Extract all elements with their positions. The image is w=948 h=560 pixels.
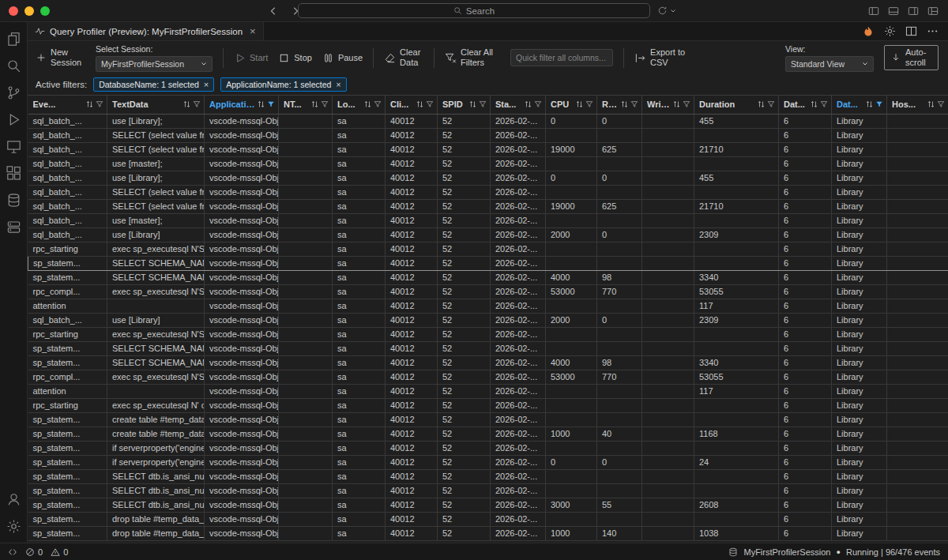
table-cell[interactable]: vscode-mssql-Obj...	[205, 299, 279, 313]
table-cell[interactable]	[279, 313, 333, 327]
table-cell[interactable]	[546, 483, 597, 498]
table-cell[interactable]	[887, 156, 948, 171]
table-cell[interactable]	[279, 284, 333, 299]
table-cell[interactable]	[642, 427, 694, 441]
table-cell[interactable]	[887, 256, 948, 270]
remove-filter-icon[interactable]: ×	[204, 81, 209, 89]
table-cell[interactable]: vscode-mssql-Obj...	[205, 156, 279, 171]
table-cell[interactable]	[694, 185, 779, 199]
table-cell[interactable]: vscode-mssql-Obj...	[205, 284, 279, 299]
table-cell[interactable]: sa	[333, 412, 386, 427]
table-cell[interactable]	[642, 441, 694, 455]
table-cell[interactable]	[546, 156, 597, 171]
table-cell[interactable]: if serverproperty('enginee...	[107, 455, 205, 469]
table-cell[interactable]: vscode-mssql-Obj...	[205, 498, 279, 512]
table-cell[interactable]: sp_statem...	[28, 512, 107, 526]
table-cell[interactable]	[279, 227, 333, 242]
pause-button[interactable]: Pause	[322, 52, 363, 64]
sort-icon[interactable]	[621, 100, 628, 108]
close-icon[interactable]: ×	[250, 26, 256, 36]
table-cell[interactable]: 2026-02-...	[491, 384, 546, 398]
table-cell[interactable]: Library	[832, 327, 887, 341]
table-cell[interactable]: 98	[597, 270, 642, 284]
table-cell[interactable]	[279, 370, 333, 384]
table-cell[interactable]	[597, 512, 642, 526]
table-cell[interactable]: 40012	[386, 370, 438, 384]
table-cell[interactable]: vscode-mssql-Obj...	[205, 455, 279, 469]
table-cell[interactable]: sa	[333, 384, 386, 398]
table-cell[interactable]: sa	[333, 199, 386, 213]
table-cell[interactable]: 40	[597, 427, 642, 441]
table-cell[interactable]: SELECT SCHEMA_NAME(t...	[107, 256, 205, 270]
column-header-cpu[interactable]: CPU	[546, 96, 597, 114]
table-cell[interactable]: Library	[832, 441, 887, 455]
table-cell[interactable]: 52	[438, 128, 491, 142]
table-cell[interactable]: 52	[438, 114, 491, 128]
table-cell[interactable]: 6	[779, 441, 832, 455]
sort-icon[interactable]	[811, 100, 818, 108]
table-row[interactable]: sp_statem...SELECT SCHEMA_NAME(t...vscod…	[28, 270, 948, 284]
table-cell[interactable]: 0	[597, 227, 642, 242]
table-cell[interactable]: 6	[779, 128, 832, 142]
table-cell[interactable]	[642, 483, 694, 498]
table-cell[interactable]: 40012	[386, 384, 438, 398]
table-row[interactable]: sp_statem...SELECT dtb.is_ansi_null_d...…	[28, 469, 948, 483]
table-cell[interactable]	[642, 242, 694, 256]
table-cell[interactable]: sp_statem...	[28, 483, 107, 498]
table-cell[interactable]: 53000	[546, 370, 597, 384]
table-row[interactable]: sp_statem...SELECT dtb.is_ansi_null_d...…	[28, 498, 948, 512]
table-cell[interactable]: 2026-02-...	[491, 213, 546, 227]
table-cell[interactable]: Library	[832, 483, 887, 498]
problems-warnings[interactable]: 0	[51, 547, 68, 557]
table-cell[interactable]: 455	[694, 171, 779, 185]
sort-icon[interactable]	[183, 100, 190, 108]
table-cell[interactable]	[642, 213, 694, 227]
table-cell[interactable]	[597, 341, 642, 355]
table-cell[interactable]: 6	[779, 469, 832, 483]
database-icon[interactable]	[0, 186, 28, 213]
table-cell[interactable]	[887, 227, 948, 242]
table-cell[interactable]: 2608	[694, 498, 779, 512]
table-cell[interactable]: Library	[832, 114, 887, 128]
table-cell[interactable]: 2026-02-...	[491, 398, 546, 412]
table-cell[interactable]: 2026-02-...	[491, 270, 546, 284]
table-cell[interactable]: 625	[597, 142, 642, 156]
table-cell[interactable]: 0	[597, 313, 642, 327]
column-header-host-name[interactable]: Hos...	[887, 96, 948, 114]
table-cell[interactable]	[597, 412, 642, 427]
source-control-icon[interactable]	[0, 79, 28, 106]
table-cell[interactable]: vscode-mssql-Obj...	[205, 199, 279, 213]
table-cell[interactable]: 52	[438, 441, 491, 455]
table-cell[interactable]: 52	[438, 256, 491, 270]
table-cell[interactable]: 24	[694, 455, 779, 469]
table-cell[interactable]: sql_batch_...	[28, 156, 107, 171]
filter-funnel-icon[interactable]	[534, 100, 542, 108]
table-cell[interactable]: 6	[779, 227, 832, 242]
table-cell[interactable]	[887, 114, 948, 128]
table-cell[interactable]: 40012	[386, 185, 438, 199]
table-cell[interactable]	[279, 512, 333, 526]
table-cell[interactable]: 6	[779, 213, 832, 227]
table-cell[interactable]: 40012	[386, 355, 438, 370]
table-cell[interactable]	[597, 327, 642, 341]
table-cell[interactable]: vscode-mssql-Obj...	[205, 441, 279, 455]
table-cell[interactable]: use [Library]	[107, 227, 205, 242]
table-cell[interactable]: 6	[779, 498, 832, 512]
table-cell[interactable]	[546, 441, 597, 455]
table-cell[interactable]: 98	[597, 355, 642, 370]
table-cell[interactable]: 117	[694, 384, 779, 398]
table-cell[interactable]	[546, 384, 597, 398]
table-row[interactable]: sql_batch_...SELECT (select value from .…	[28, 142, 948, 156]
filter-funnel-icon[interactable]	[585, 100, 593, 108]
table-row[interactable]: sql_batch_...use [master];vscode-mssql-O…	[28, 213, 948, 227]
table-cell[interactable]: sp_statem...	[28, 469, 107, 483]
table-cell[interactable]: vscode-mssql-Obj...	[205, 128, 279, 142]
table-cell[interactable]: Library	[832, 498, 887, 512]
table-cell[interactable]: 6	[779, 341, 832, 355]
table-cell[interactable]: sa	[333, 156, 386, 171]
column-header-event-class[interactable]: Eve...	[28, 96, 107, 114]
table-cell[interactable]: 6	[779, 370, 832, 384]
table-cell[interactable]: 2026-02-...	[491, 483, 546, 498]
table-cell[interactable]	[694, 441, 779, 455]
column-header-reads[interactable]: Rea...	[597, 96, 642, 114]
